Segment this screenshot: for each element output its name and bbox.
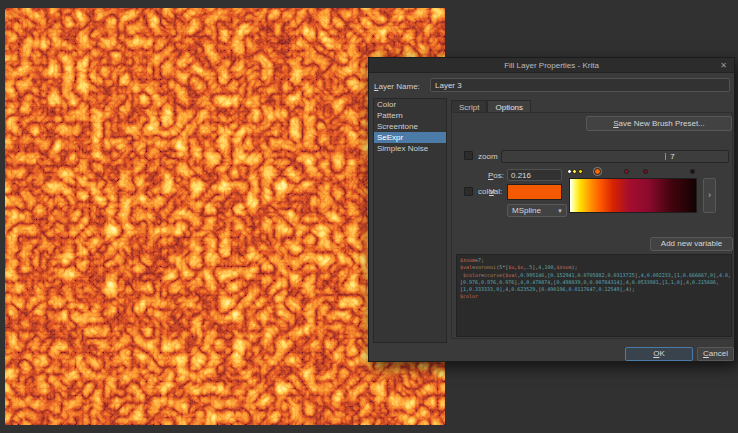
gradient-stop[interactable] xyxy=(578,169,583,174)
pos-input[interactable] xyxy=(507,169,562,181)
layer-name-input[interactable] xyxy=(430,78,730,92)
generator-item-seexpr[interactable]: SeExpr xyxy=(374,132,446,143)
gradient-preview[interactable] xyxy=(569,178,697,213)
gradient-stop[interactable] xyxy=(594,168,601,175)
interpolation-value: MSpline xyxy=(508,206,557,215)
close-icon[interactable]: ✕ xyxy=(718,60,729,71)
layer-name-label: Layer Name: xyxy=(374,82,420,91)
fill-layer-properties-dialog: Fill Layer Properties - Krita ✕ Layer Na… xyxy=(368,57,735,362)
pos-label: Pos: xyxy=(488,171,504,180)
generator-item-color[interactable]: Color xyxy=(374,99,446,110)
script-code-line: [0.976,0.976,0.976],4,0.470874,[0.498039… xyxy=(460,279,728,286)
gradient-stop[interactable] xyxy=(572,169,577,174)
gradient-stop[interactable] xyxy=(643,169,648,174)
zoom-variable-label: zoom xyxy=(478,152,498,161)
gradient-stop[interactable] xyxy=(690,169,695,174)
gradient-next-button[interactable]: › xyxy=(703,178,716,213)
zoom-checkbox[interactable] xyxy=(464,151,473,160)
script-code-line: $zoom=7; xyxy=(460,257,728,264)
generator-item-pattern[interactable]: Pattern xyxy=(374,110,446,121)
gradient-stops-bar[interactable] xyxy=(569,168,697,177)
script-code-line: $color=ccurve($val,0.995146,[0.152941,0.… xyxy=(460,272,728,279)
script-code-line: $val=voronoi(5*[$u,$v,.5],4,100,$zoom); xyxy=(460,264,728,271)
color-value-swatch[interactable] xyxy=(507,184,562,200)
zoom-slider-value: 7 xyxy=(670,151,674,163)
script-code[interactable]: $zoom=7;$val=voronoi(5*[$u,$v,.5],4,100,… xyxy=(456,254,732,337)
cancel-button[interactable]: Cancel xyxy=(697,347,734,361)
script-code-line: $color xyxy=(460,293,728,300)
interpolation-select[interactable]: MSpline ▼ xyxy=(507,204,567,217)
add-new-variable-button[interactable]: Add new variable xyxy=(650,237,733,251)
generator-item-simplex-noise[interactable]: Simplex Noise xyxy=(374,143,446,154)
generator-list: ColorPatternScreentoneSeExprSimplex Nois… xyxy=(373,98,447,343)
zoom-slider-marker xyxy=(665,153,666,160)
generator-item-screentone[interactable]: Screentone xyxy=(374,121,446,132)
script-code-line: [1,0.333333,0],4,0.623529,[0.490196,0.01… xyxy=(460,286,728,293)
save-new-brush-preset-button[interactable]: Save New Brush Preset... xyxy=(586,116,732,131)
ok-button[interactable]: OK xyxy=(625,347,693,361)
gradient-stop[interactable] xyxy=(624,169,629,174)
val-label: Val: xyxy=(489,187,502,196)
color-checkbox[interactable] xyxy=(464,187,473,196)
dialog-titlebar[interactable]: Fill Layer Properties - Krita ✕ xyxy=(369,58,734,73)
zoom-slider[interactable]: 7 xyxy=(501,150,729,163)
chevron-down-icon: ▼ xyxy=(557,208,566,214)
desktop: Fill Layer Properties - Krita ✕ Layer Na… xyxy=(0,0,738,433)
dialog-title: Fill Layer Properties - Krita xyxy=(504,61,599,70)
